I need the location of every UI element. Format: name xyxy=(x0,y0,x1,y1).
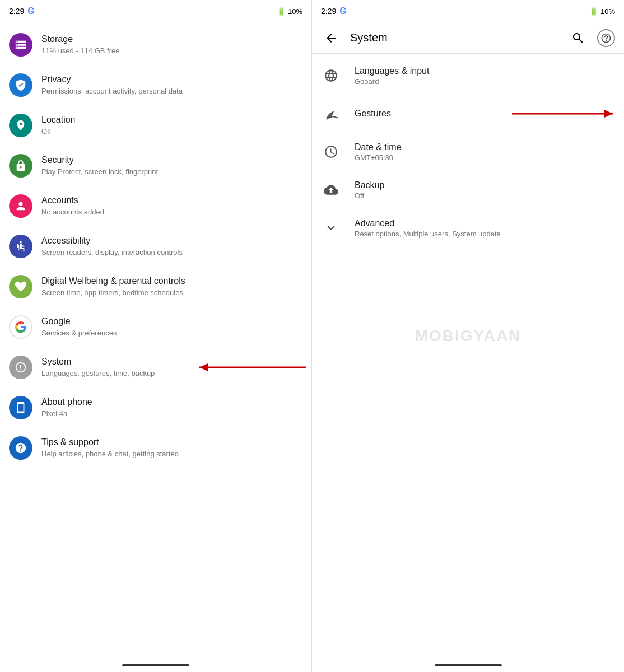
settings-item-system[interactable]: System Languages, gestures, time, backup xyxy=(0,347,311,388)
settings-item-security[interactable]: Security Play Protect, screen lock, fing… xyxy=(0,146,311,186)
accounts-title: Accounts xyxy=(41,195,302,207)
languages-subtitle: Gboard xyxy=(355,77,615,86)
settings-item-about[interactable]: About phone Pixel 4a xyxy=(0,388,311,428)
google-text: Google Services & preferences xyxy=(41,316,302,338)
advanced-title: Advanced xyxy=(355,218,615,228)
right-nav-pill xyxy=(435,664,502,666)
accessibility-subtitle: Screen readers, display, interaction con… xyxy=(41,248,302,258)
right-bottom-bar xyxy=(312,659,624,672)
right-panel: 2:29 G 🔋 10% System xyxy=(312,0,624,672)
settings-item-privacy[interactable]: Privacy Permissions, account activity, p… xyxy=(0,65,311,105)
security-title: Security xyxy=(41,155,302,166)
tips-text: Tips & support Help articles, phone & ch… xyxy=(41,437,302,459)
right-battery-icon: 🔋 xyxy=(589,7,598,16)
help-button[interactable] xyxy=(597,29,615,47)
settings-list: Storage 11% used - 114 GB free Privacy P… xyxy=(0,22,311,659)
security-text: Security Play Protect, screen lock, fing… xyxy=(41,155,302,177)
system-header: System xyxy=(312,22,624,54)
left-nav-pill xyxy=(122,664,189,666)
advanced-text: Advanced Reset options, Multiple users, … xyxy=(355,218,615,238)
system-item-datetime[interactable]: Date & time GMT+05:30 xyxy=(312,133,624,171)
accounts-text: Accounts No accounts added xyxy=(41,195,302,217)
right-time: 2:29 xyxy=(321,7,336,16)
left-google-logo: G xyxy=(27,6,34,16)
settings-item-tips[interactable]: Tips & support Help articles, phone & ch… xyxy=(0,428,311,468)
google-subtitle: Services & preferences xyxy=(41,329,302,338)
tips-title: Tips & support xyxy=(41,437,302,449)
backup-icon xyxy=(321,180,341,200)
accounts-icon xyxy=(9,194,32,218)
right-google-logo: G xyxy=(339,6,346,16)
system-item-gestures[interactable]: Gestures xyxy=(312,95,624,133)
left-panel: 2:29 G 🔋 10% Storage 11% used - 114 GB f… xyxy=(0,0,312,672)
left-battery-icon: 🔋 xyxy=(277,7,286,16)
wellbeing-subtitle: Screen time, app timers, bedtime schedul… xyxy=(41,288,302,298)
settings-item-accounts[interactable]: Accounts No accounts added xyxy=(0,186,311,226)
accounts-subtitle: No accounts added xyxy=(41,208,302,217)
left-status-left: 2:29 G xyxy=(9,6,35,16)
settings-item-google[interactable]: Google Services & preferences xyxy=(0,307,311,347)
location-icon xyxy=(9,114,32,137)
system-item-advanced[interactable]: Advanced Reset options, Multiple users, … xyxy=(312,209,624,247)
wellbeing-title: Digital Wellbeing & parental controls xyxy=(41,276,302,287)
system-item-languages[interactable]: Languages & input Gboard xyxy=(312,57,624,95)
google-icon xyxy=(9,315,32,339)
location-title: Location xyxy=(41,114,302,126)
languages-title: Languages & input xyxy=(355,66,615,76)
svg-marker-4 xyxy=(604,110,613,118)
svg-point-0 xyxy=(20,241,22,244)
about-text: About phone Pixel 4a xyxy=(41,396,302,419)
left-battery-pct: 10% xyxy=(288,7,302,16)
left-status-bar: 2:29 G 🔋 10% xyxy=(0,0,311,22)
tips-icon xyxy=(9,436,32,460)
gestures-icon xyxy=(321,104,341,124)
datetime-title: Date & time xyxy=(355,142,615,152)
storage-subtitle: 11% used - 114 GB free xyxy=(41,46,302,56)
backup-title: Backup xyxy=(355,180,615,190)
accessibility-icon xyxy=(9,235,32,258)
location-subtitle: Off xyxy=(41,127,302,137)
system-icon xyxy=(9,356,32,379)
right-status-bar: 2:29 G 🔋 10% xyxy=(312,0,624,22)
settings-item-storage[interactable]: Storage 11% used - 114 GB free xyxy=(0,25,311,65)
right-battery-pct: 10% xyxy=(600,7,615,16)
svg-marker-2 xyxy=(199,363,208,371)
privacy-subtitle: Permissions, account activity, personal … xyxy=(41,87,302,96)
backup-subtitle: Off xyxy=(355,192,615,200)
storage-text: Storage 11% used - 114 GB free xyxy=(41,34,302,56)
back-button[interactable] xyxy=(321,28,341,48)
system-item-backup[interactable]: Backup Off xyxy=(312,171,624,209)
right-status-left: 2:29 G xyxy=(321,6,347,16)
advanced-subtitle: Reset options, Multiple users, System up… xyxy=(355,230,615,238)
tips-subtitle: Help articles, phone & chat, getting sta… xyxy=(41,450,302,459)
security-icon xyxy=(9,154,32,178)
languages-text: Languages & input Gboard xyxy=(355,66,615,86)
advanced-expand-icon xyxy=(321,218,341,238)
datetime-subtitle: GMT+05:30 xyxy=(355,153,615,162)
right-status-right: 🔋 10% xyxy=(589,7,615,16)
settings-item-location[interactable]: Location Off xyxy=(0,105,311,146)
storage-title: Storage xyxy=(41,34,302,45)
about-icon xyxy=(9,396,32,419)
system-settings-list: Languages & input Gboard Gestures xyxy=(312,54,624,659)
left-status-right: 🔋 10% xyxy=(277,7,302,16)
about-subtitle: Pixel 4a xyxy=(41,409,302,419)
system-arrow-annotation xyxy=(194,359,311,376)
system-header-title: System xyxy=(350,31,559,44)
settings-item-wellbeing[interactable]: Digital Wellbeing & parental controls Sc… xyxy=(0,267,311,307)
accessibility-text: Accessibility Screen readers, display, i… xyxy=(41,235,302,258)
wellbeing-icon xyxy=(9,275,32,298)
backup-text: Backup Off xyxy=(355,180,615,200)
left-bottom-bar xyxy=(0,659,311,672)
privacy-icon xyxy=(9,73,32,97)
languages-icon xyxy=(321,66,341,86)
search-button[interactable] xyxy=(568,28,588,48)
settings-item-accessibility[interactable]: Accessibility Screen readers, display, i… xyxy=(0,226,311,267)
accessibility-title: Accessibility xyxy=(41,235,302,247)
storage-icon xyxy=(9,33,32,57)
left-time: 2:29 xyxy=(9,7,24,16)
security-subtitle: Play Protect, screen lock, fingerprint xyxy=(41,167,302,177)
gestures-arrow-annotation xyxy=(506,105,618,122)
google-title: Google xyxy=(41,316,302,328)
privacy-text: Privacy Permissions, account activity, p… xyxy=(41,74,302,96)
